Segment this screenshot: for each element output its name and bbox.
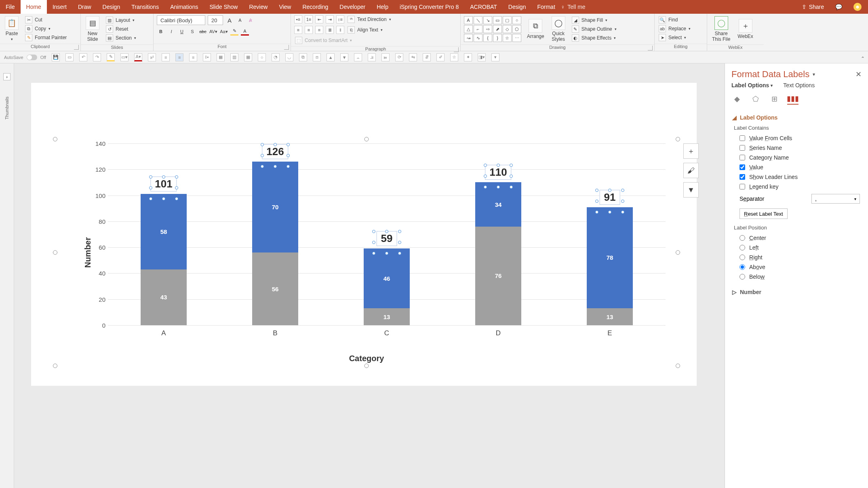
data-label-handle[interactable] xyxy=(261,165,264,168)
tab-help[interactable]: Help xyxy=(371,0,394,14)
data-label-handle[interactable] xyxy=(372,230,375,233)
y-axis-title[interactable]: Number xyxy=(83,237,93,268)
qat-group-button[interactable]: ⧉ xyxy=(299,53,307,61)
data-label-handle[interactable] xyxy=(608,210,611,214)
tab-acrobat[interactable]: ACROBAT xyxy=(464,0,503,14)
align-center-button[interactable]: ≡ xyxy=(305,26,313,34)
shape-arrowr-icon[interactable]: ⇨ xyxy=(483,25,492,33)
data-label-handle[interactable] xyxy=(287,165,290,168)
shape-rect-icon[interactable]: ▭ xyxy=(493,16,502,24)
bar-stack[interactable]: 7813 xyxy=(587,207,633,325)
shape-oval-icon[interactable]: ○ xyxy=(512,16,521,24)
shape-arrow-icon[interactable]: ↘ xyxy=(483,16,492,24)
qat-effects-button[interactable]: ✦ xyxy=(464,53,472,61)
paste-button[interactable]: 📋 Paste ▾ xyxy=(3,15,20,42)
total-data-label[interactable]: 110 xyxy=(485,165,511,180)
data-label-handle[interactable] xyxy=(621,200,624,203)
shapes-gallery[interactable]: A＼↘▭▢○ △⌐⇨⬈◇⬡ ↝∿{}☆⋯ xyxy=(464,16,521,42)
arrange-button[interactable]: ⧉Arrange xyxy=(525,18,546,40)
bar-stack[interactable]: 7056 xyxy=(252,162,298,325)
bar-segment[interactable]: 58 xyxy=(141,194,187,269)
total-data-label[interactable]: 59 xyxy=(377,231,397,246)
qat-arc-button[interactable]: ◡ xyxy=(285,53,293,61)
chart-handle-w[interactable] xyxy=(53,250,57,255)
undo-button[interactable]: ↶ xyxy=(79,53,87,61)
italic-button[interactable]: I xyxy=(167,27,175,36)
radio-right[interactable]: Right xyxy=(732,252,861,262)
find-button[interactable]: 🔍Find xyxy=(658,16,691,24)
clipboard-launcher[interactable] xyxy=(74,45,79,50)
qat-highlight-button[interactable]: ✎ xyxy=(107,53,115,61)
chk-category-name[interactable]: Category Name xyxy=(732,153,861,162)
qat-pie-button[interactable]: ◔ xyxy=(272,53,280,61)
align-left-button[interactable]: ≡ xyxy=(294,26,302,34)
chart-handle-e[interactable] xyxy=(676,250,680,255)
qat-split-button[interactable]: ▥ xyxy=(230,53,238,61)
qat-eyedropper-button[interactable]: ✐ xyxy=(436,53,445,61)
qat-align-left-button[interactable]: ≡ xyxy=(162,53,170,61)
total-data-label[interactable]: 126 xyxy=(262,144,288,159)
chk-leader-lines[interactable]: Show Leader Lines xyxy=(732,172,861,182)
shrink-font-button[interactable]: A xyxy=(236,16,244,24)
data-label-handle[interactable] xyxy=(510,164,513,167)
chk-value-from-cells[interactable]: Value From Cells xyxy=(732,133,861,143)
shape-brace-icon[interactable]: { xyxy=(483,34,492,42)
copy-button[interactable]: ⧉Copy ▾ xyxy=(24,25,67,33)
chart-handle-n[interactable] xyxy=(364,137,369,141)
data-label-handle[interactable] xyxy=(261,143,264,146)
fill-line-tab-icon[interactable]: ◆ xyxy=(731,93,743,105)
shape-tri-icon[interactable]: △ xyxy=(464,25,473,33)
paragraph-launcher[interactable] xyxy=(454,47,459,52)
shape-diamond-icon[interactable]: ◇ xyxy=(503,25,512,33)
format-pane-title-dropdown[interactable]: ▾ xyxy=(813,72,815,77)
shape-roundrect-icon[interactable]: ▢ xyxy=(503,16,512,24)
increase-indent-button[interactable]: ⇥ xyxy=(326,15,334,23)
clear-format-button[interactable]: A̷ xyxy=(246,16,255,24)
radio-below[interactable]: Below xyxy=(732,272,861,282)
qat-oval-button[interactable]: ○ xyxy=(258,53,266,61)
char-spacing-button[interactable]: AV▾ xyxy=(209,27,217,36)
strike-button[interactable]: abc xyxy=(199,27,207,36)
numbering-button[interactable]: 1≡ xyxy=(305,15,313,23)
bar-segment[interactable]: 13 xyxy=(587,308,633,325)
shape-textbox-icon[interactable]: A xyxy=(464,16,473,24)
bar-stack[interactable]: 3476 xyxy=(475,182,521,325)
label-options-tab-icon[interactable]: ▮▮▮ xyxy=(787,93,798,105)
tab-transitions[interactable]: Transitions xyxy=(126,0,164,14)
tab-chart-format[interactable]: Format xyxy=(531,0,560,14)
bar-stack[interactable]: 4613 xyxy=(364,248,410,325)
tab-review[interactable]: Review xyxy=(243,0,273,14)
data-label-handle[interactable] xyxy=(398,230,401,233)
chk-legend-key[interactable]: Legend key xyxy=(732,182,861,191)
bullets-button[interactable]: •≡ xyxy=(294,15,302,23)
chk-series-name[interactable]: Series Name xyxy=(732,143,861,153)
shape-effects-button[interactable]: ◐Shape Effects ▾ xyxy=(571,34,617,42)
align-right-button[interactable]: ≡ xyxy=(315,26,323,34)
drawing-launcher[interactable] xyxy=(648,46,653,50)
qat-custom-button[interactable]: ◨▾ xyxy=(478,53,486,61)
effects-tab-icon[interactable]: ⬠ xyxy=(750,93,761,105)
qat-star-button[interactable]: ☆ xyxy=(450,53,458,61)
data-label-handle[interactable] xyxy=(175,186,178,189)
chart-handle-sw[interactable] xyxy=(53,364,57,368)
tab-draw[interactable]: Draw xyxy=(72,0,97,14)
shape-outline-button[interactable]: ✎Shape Outline ▾ xyxy=(571,25,617,33)
highlight-button[interactable]: ✎ xyxy=(230,27,238,36)
total-data-label[interactable]: 101 xyxy=(150,177,177,191)
slide-canvas[interactable]: ＋ 🖌 ▼ Number Category 020406080100120140… xyxy=(14,63,725,488)
shape-more-icon[interactable]: ⋯ xyxy=(512,34,521,42)
data-label-handle[interactable] xyxy=(261,154,264,157)
select-button[interactable]: ➤Select ▾ xyxy=(658,34,691,42)
font-launcher[interactable] xyxy=(284,45,289,50)
columns-button[interactable]: ⫴ xyxy=(336,26,344,34)
chart-plot-area[interactable]: 0204060801001201405843101705612646135934… xyxy=(108,143,666,325)
chart-handle-ne[interactable] xyxy=(676,137,680,141)
qat-border-button[interactable]: ▭▾ xyxy=(120,53,129,61)
bold-button[interactable]: B xyxy=(157,27,165,36)
tab-insert[interactable]: Insert xyxy=(47,0,72,14)
size-tab-icon[interactable]: ⊞ xyxy=(769,93,780,105)
tab-home[interactable]: Home xyxy=(21,0,47,14)
bar-stack[interactable]: 5843 xyxy=(141,194,187,325)
total-data-label[interactable]: 91 xyxy=(600,190,620,205)
grow-font-button[interactable]: A xyxy=(225,16,234,24)
